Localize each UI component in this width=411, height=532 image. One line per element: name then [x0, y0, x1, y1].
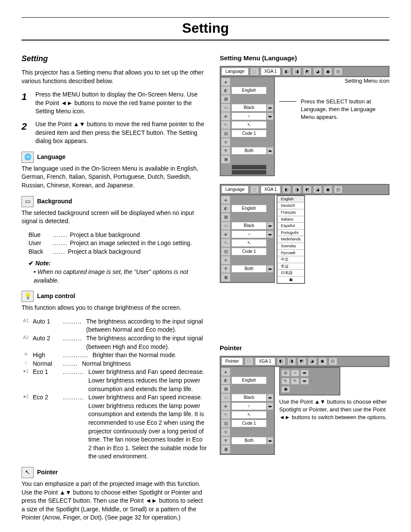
step-2-text: Use the Point ▲▼ buttons to move the red… [35, 120, 207, 146]
menu-row-icon: ※ [221, 256, 230, 264]
menu-row-icon: ▼ [221, 265, 230, 273]
lang-option: English [277, 196, 304, 203]
lang-option: Italiano [277, 216, 304, 223]
menu-row-icon: ※ [221, 428, 230, 436]
toolbar-icon: ◧ [283, 68, 290, 75]
language-body: The language used in the On-Screen Menu … [22, 165, 207, 190]
menu-row-icon: ※ [221, 138, 230, 146]
setting-menu-screenshot-2: Language ⬚ XGA 1 ◧ ◨ ◩ ◪ ▣ ◰ ▲ ◐ ▦ ▭ ◈ [220, 184, 389, 284]
menu-value: English [232, 205, 266, 212]
callout-select-text: Press the SELECT button at Language, the… [301, 98, 389, 121]
lang-option: Español [277, 223, 304, 230]
menu-header-sys: XGA 1 [261, 186, 280, 193]
menu-value: ↖ [232, 121, 266, 128]
lang-option: 한글 [277, 263, 304, 270]
menu-row-icon: ▦ [221, 95, 230, 103]
note-heading: Note: [28, 259, 207, 268]
menu-value: Code 1 [232, 130, 266, 137]
lamp-heading: Lamp control [37, 292, 75, 301]
menu-value: Code 1 [232, 420, 266, 427]
toolbar-icon: ◨ [288, 358, 296, 365]
bg-item-blue: Blue ....... Project a blue background [28, 231, 207, 240]
menu-row-icon: ▣ [221, 156, 230, 163]
arrow-icon: ◂▸ [267, 113, 273, 120]
menu-value: ♀ [232, 403, 266, 410]
section-heading: Setting [22, 53, 207, 64]
menu-value: Black [232, 104, 266, 111]
arrow-icon: ◂▸ [267, 147, 273, 154]
menu-row-icon: ↖ [221, 239, 230, 247]
callout-setting-icon: Setting Menu icon [279, 77, 389, 85]
menu-row-icon: ▤ [221, 248, 230, 255]
blank-rows [232, 165, 273, 174]
step-1-text: Press the MENU button to display the On-… [35, 90, 207, 116]
pointer-pattern: ↖ [291, 378, 299, 384]
toolbar-icon: ◪ [308, 358, 316, 365]
menu-row-icon: ▲ [221, 196, 230, 204]
menu-value: Black [232, 222, 266, 229]
menu-value: Code 1 [232, 248, 266, 255]
arrow-icon: ◂▸ [267, 403, 273, 410]
pointer-menu-screenshot: Pointer ⬚ XGA 1 ◧ ◨ ◩ ◪ ▣ ◰ ▲ ◐ ▦ ▭ ◈ [220, 356, 389, 455]
intro-text: This projector has a Setting menu that a… [22, 68, 207, 85]
pointer-type-icon: ↖ [282, 378, 290, 384]
toolbar-icon: ◪ [314, 186, 321, 193]
menu-header-sys: XGA 1 [261, 68, 280, 75]
toolbar-icon: ▣ [324, 186, 332, 193]
toolbar-icon: ◩ [303, 68, 311, 75]
lang-option: Français [277, 209, 304, 216]
menu-row-icon: ▤ [221, 420, 230, 427]
menu-header-label: Pointer [222, 358, 243, 365]
lang-option: 中文 [277, 256, 304, 263]
bg-item-black: Black ...... Project a black background [28, 248, 207, 256]
menu-value: Both [232, 265, 266, 272]
lang-option: 日本語 [277, 270, 304, 277]
pointer-options-panel: ◎○◂▸ ↖↖◂▸← ▣ [279, 367, 340, 395]
menu-row-icon: ◐ [221, 376, 230, 384]
menu-row-icon: ◈ [221, 112, 230, 120]
menu-header-sys: XGA 1 [255, 358, 275, 365]
lang-popup-close: ▣ [277, 277, 304, 283]
menu-value: English [232, 377, 266, 384]
toolbar-icon: ◨ [293, 186, 301, 193]
background-icon: ▭ [22, 196, 34, 207]
arrow-icon: ◂▸ [267, 231, 273, 238]
toolbar-icon: ◰ [334, 68, 342, 75]
menu-icon: ⬚ [245, 358, 253, 365]
lang-option: Русский [277, 250, 304, 257]
menu-row-icon: ▼ [221, 147, 230, 155]
lamp-item-auto2: A2 Auto 2 ......... The brightness accor… [22, 334, 207, 351]
menu-value: Both [232, 437, 266, 444]
menu-value: ↖ [232, 411, 266, 418]
menu-row-icon: ▭ [221, 222, 230, 230]
menu-row-icon: ▲ [221, 78, 230, 86]
page-title: Setting [22, 19, 389, 40]
lamp-icon: 💡 [22, 291, 34, 302]
background-heading: Background [37, 197, 72, 206]
lamp-item-eco2: ●2 Eco 2 .......... Lower brightness and… [22, 393, 207, 461]
menu-row-icon: ▦ [221, 385, 230, 393]
setting-menu-screenshot-1: Language ⬚ XGA 1 ◧ ◨ ◩ ◪ ▣ ◰ ▲ ◐ ▦ ▭ ◈ [220, 66, 389, 176]
arrow-icon: ◂▸ [267, 437, 273, 444]
arrow-icon: ◂▸ [267, 104, 273, 111]
lang-option: Nederlands [277, 236, 304, 243]
lang-option: Svenska [277, 243, 304, 250]
menu-value: ○ [232, 231, 266, 238]
menu-row-icon: ▦ [221, 213, 230, 221]
language-popup: English Deutsch Français Italiano Españo… [277, 195, 305, 284]
lang-option: Deutsch [277, 202, 304, 209]
menu-header-label: Language [222, 186, 248, 193]
pointer-body: You can emphasize a part of the projecte… [22, 480, 207, 522]
menu-header-label: Language [222, 68, 248, 75]
pointer-icon: ↖ [22, 467, 34, 478]
lamp-body: This function allows you to change brigh… [22, 304, 207, 312]
toolbar-icon: ◩ [303, 186, 311, 193]
lamp-item-auto1: A1 Auto 1 ......... The brightness accor… [22, 317, 207, 334]
menu-value: ♀ [232, 113, 266, 120]
pointer-heading: Pointer [37, 468, 58, 477]
step-2-number: 2 [22, 120, 30, 146]
toolbar-icon: ▣ [324, 68, 332, 75]
step-1-number: 1 [22, 90, 30, 116]
bg-item-user: User ....... Project an image selected i… [28, 239, 207, 248]
close-icon: ▣ [282, 386, 290, 392]
